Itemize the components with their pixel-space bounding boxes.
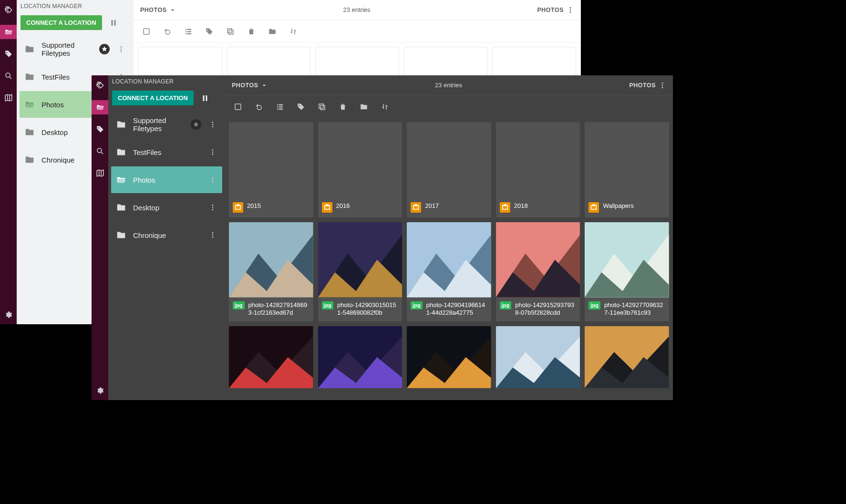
caret-down-icon xyxy=(169,6,176,14)
grid-file-tile[interactable]: jpg photo-1429152937938-07b5f2828cdd xyxy=(496,222,580,321)
jpg-badge: jpg xyxy=(500,301,512,310)
star-icon[interactable] xyxy=(99,44,110,54)
tile-name: photo-1429030150151-548690082f0b xyxy=(337,301,398,317)
grid-file-tile[interactable]: jpg photo-1429041966141-44d228a42775 xyxy=(407,222,491,321)
tree-item-menu-button[interactable] xyxy=(208,148,217,156)
breadcrumb-button[interactable]: PHOTOS xyxy=(140,6,176,14)
tree-item-desktop[interactable]: Desktop xyxy=(111,194,222,221)
tree-item-testfiles[interactable]: TestFiles xyxy=(111,139,222,165)
connect-location-button[interactable]: CONNECT A LOCATION xyxy=(21,15,102,30)
folder-badge-icon xyxy=(322,202,332,213)
list-view-button[interactable] xyxy=(274,101,286,113)
tag-button[interactable] xyxy=(203,25,216,38)
location-manager-title: LOCATION MANAGER xyxy=(112,78,174,85)
sort-button[interactable] xyxy=(287,25,299,38)
pause-watching-button[interactable] xyxy=(107,16,120,30)
tree-item-menu-button[interactable] xyxy=(208,121,217,128)
tree-item-label: Supported Filetypes xyxy=(41,41,93,57)
tag-button[interactable] xyxy=(295,101,307,113)
copy-button[interactable] xyxy=(224,25,237,38)
grid-file-tile[interactable] xyxy=(496,326,580,388)
rail-tags-icon[interactable] xyxy=(92,78,108,93)
rail-tag-library-icon[interactable] xyxy=(0,47,17,61)
nav-rail-light xyxy=(0,0,17,324)
grid-file-tile[interactable]: jpg photo-1429030150151-548690082f0b xyxy=(318,222,402,321)
breadcrumb-button[interactable]: PHOTOS xyxy=(232,82,268,89)
folder-thumb xyxy=(407,122,491,198)
rail-map-icon[interactable] xyxy=(92,166,108,180)
tree-item-menu-button[interactable] xyxy=(208,231,217,239)
tile-name: photo-1428279148693-1cf2163ed67d xyxy=(248,301,310,317)
grid-folder-tile[interactable]: 2016 xyxy=(318,122,402,217)
grid-file-tile[interactable] xyxy=(318,326,402,388)
rail-locations-icon[interactable] xyxy=(92,100,108,114)
select-all-checkbox[interactable] xyxy=(232,101,244,113)
undo-button[interactable] xyxy=(253,101,265,113)
grid-folder-tile[interactable]: 2018 xyxy=(496,122,580,217)
grid-file-tile[interactable] xyxy=(585,326,669,388)
grid-file-tile[interactable]: jpg photo-1429277096327-11ee3b761c93 xyxy=(585,222,669,321)
tile-name: Wallpapers xyxy=(603,202,634,210)
image-thumb xyxy=(229,222,313,298)
breadcrumb-label: PHOTOS xyxy=(232,82,258,89)
tree-item-label: Desktop xyxy=(133,204,201,212)
jpg-badge: jpg xyxy=(233,301,245,310)
folder-icon xyxy=(24,127,35,137)
image-thumb xyxy=(496,222,580,298)
star-icon[interactable] xyxy=(191,119,201,130)
view-menu-button[interactable]: PHOTOS xyxy=(629,82,666,89)
connect-location-button[interactable]: CONNECT A LOCATION xyxy=(112,91,194,105)
content-toolbar xyxy=(134,20,581,43)
folder-icon xyxy=(116,147,126,157)
select-all-checkbox[interactable] xyxy=(140,25,153,38)
grid-folder-tile[interactable]: 2017 xyxy=(407,122,491,217)
sort-button[interactable] xyxy=(379,101,391,113)
rail-settings-icon[interactable] xyxy=(0,305,17,324)
rail-tags-icon[interactable] xyxy=(0,3,17,17)
rail-locations-icon[interactable] xyxy=(0,25,17,39)
tile-name: 2015 xyxy=(247,202,261,210)
folder-thumb xyxy=(318,122,402,198)
tree-item-menu-button[interactable] xyxy=(208,176,217,184)
image-thumb xyxy=(496,326,580,388)
tree-item-photos[interactable]: Photos xyxy=(111,166,222,193)
pause-watching-button[interactable] xyxy=(198,92,212,105)
new-folder-button[interactable] xyxy=(266,25,279,38)
rail-map-icon[interactable] xyxy=(0,91,17,105)
delete-button[interactable] xyxy=(245,25,258,38)
grid-file-tile[interactable] xyxy=(407,326,491,388)
image-thumb xyxy=(407,326,491,388)
grid-folder-tile[interactable]: Wallpapers xyxy=(585,122,669,217)
tile-name: 2018 xyxy=(514,202,528,210)
tree-item-supported-filetypes[interactable]: Supported Filetypes xyxy=(111,111,222,138)
entry-count: 23 entries xyxy=(273,82,625,89)
caret-down-icon xyxy=(260,82,268,89)
grid-file-tile[interactable] xyxy=(229,326,313,388)
folder-icon xyxy=(24,154,35,165)
tile-name: 2017 xyxy=(425,202,439,210)
copy-button[interactable] xyxy=(316,101,328,113)
delete-button[interactable] xyxy=(337,101,349,113)
grid-folder-tile[interactable]: 2015 xyxy=(229,122,313,217)
rail-settings-icon[interactable] xyxy=(92,381,108,400)
grid-file-tile[interactable]: jpg photo-1428279148693-1cf2163ed67d xyxy=(229,222,313,321)
rail-tag-library-icon[interactable] xyxy=(92,122,108,136)
content-topbar: PHOTOS 23 entries PHOTOS xyxy=(225,75,673,95)
image-thumb xyxy=(318,326,402,388)
tree-item-menu-button[interactable] xyxy=(116,45,126,53)
tree-item-label: TestFiles xyxy=(133,148,201,156)
folder-badge-icon xyxy=(411,202,421,213)
folder-thumb xyxy=(229,122,313,198)
tree-item-menu-button[interactable] xyxy=(208,204,217,211)
tree-item-chronique[interactable]: Chronique xyxy=(111,222,222,248)
location-panel-dark: LOCATION MANAGER CONNECT A LOCATION Supp… xyxy=(108,75,225,400)
new-folder-button[interactable] xyxy=(358,101,370,113)
tree-item-supported-filetypes[interactable]: Supported Filetypes xyxy=(20,36,131,62)
folder-open-icon xyxy=(24,99,35,110)
view-menu-button[interactable]: PHOTOS xyxy=(537,6,574,14)
undo-button[interactable] xyxy=(161,25,174,38)
more-vert-icon xyxy=(567,6,574,14)
rail-search-icon[interactable] xyxy=(0,69,17,83)
rail-search-icon[interactable] xyxy=(92,144,108,158)
list-view-button[interactable] xyxy=(182,25,195,38)
